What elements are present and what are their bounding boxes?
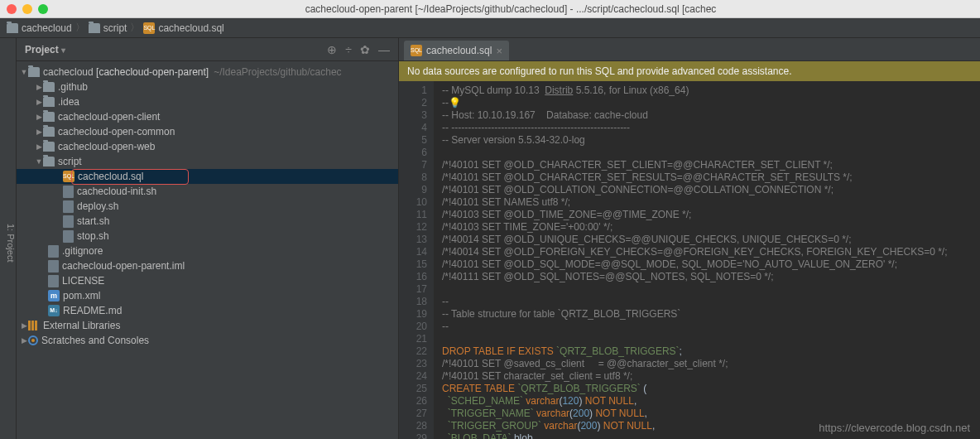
folder-icon — [89, 23, 100, 33]
maximize-window-button[interactable] — [38, 4, 48, 14]
tree-row[interactable]: ▼cachecloud [cachecloud-open-parent]~/Id… — [17, 65, 398, 80]
file-icon — [63, 186, 74, 198]
tree-row[interactable]: cachecloud-open-parent.iml — [17, 258, 398, 273]
tree-row[interactable]: M↓README.md — [17, 303, 398, 318]
sql-file-icon: SQL — [411, 45, 422, 56]
file-icon — [63, 200, 74, 213]
project-panel: Project ▾ ⊕ ÷ ✿ — ▼cachecloud [cacheclou… — [17, 38, 399, 439]
traffic-lights — [7, 4, 48, 14]
library-icon — [28, 321, 40, 330]
file-icon — [63, 230, 74, 243]
breadcrumb: cachecloud 〉 script 〉 SQLcachecloud.sql — [0, 18, 980, 38]
tree-row[interactable]: cachecloud-init.sh — [17, 184, 398, 199]
project-panel-title: Project ▾ — [25, 44, 327, 55]
folder-icon — [43, 142, 55, 152]
editor-tab-active[interactable]: SQL cachecloud.sql × — [404, 41, 509, 60]
tree-row[interactable]: mpom.xml — [17, 288, 398, 303]
breadcrumb-item-project[interactable]: cachecloud — [7, 22, 72, 34]
sidebar-tab-project[interactable]: 1: Project — [0, 38, 17, 439]
folder-icon — [43, 127, 55, 137]
editor-area: SQL cachecloud.sql × No data sources are… — [399, 38, 980, 439]
locate-icon[interactable]: ⊕ — [327, 43, 337, 56]
tree-row[interactable]: ▼script — [17, 154, 398, 169]
editor-tab-label: cachecloud.sql — [426, 45, 492, 56]
tree-row[interactable]: SQLcachecloud.sql — [17, 169, 398, 184]
file-icon — [48, 275, 59, 287]
folder-icon — [28, 67, 40, 77]
tree-row[interactable]: start.sh — [17, 214, 398, 229]
window-titlebar: cachecloud-open-parent [~/IdeaProjects/g… — [0, 0, 980, 18]
maven-icon: m — [48, 290, 60, 302]
file-icon — [48, 245, 59, 258]
tree-row[interactable]: .gitignore — [17, 244, 398, 258]
file-icon — [63, 215, 74, 228]
project-tree[interactable]: ▼cachecloud [cachecloud-open-parent]~/Id… — [17, 61, 398, 439]
breadcrumb-item-folder[interactable]: script — [89, 22, 127, 34]
sql-file-icon: SQL — [63, 171, 74, 182]
breadcrumb-separator: 〉 — [130, 21, 140, 35]
settings-icon[interactable]: ✿ — [360, 43, 370, 56]
folder-icon — [43, 157, 55, 166]
breadcrumb-item-file[interactable]: SQLcachecloud.sql — [143, 22, 223, 34]
breadcrumb-separator: 〉 — [75, 21, 85, 35]
watermark: https://clevercode.blog.csdn.net — [819, 422, 970, 434]
code-content[interactable]: -- MySQL dump 10.13 Distrib 5.5.16, for … — [434, 81, 980, 439]
tree-row[interactable]: ▶.idea — [17, 94, 398, 109]
tree-row[interactable]: ▶External Libraries — [17, 318, 398, 333]
hide-icon[interactable]: — — [378, 43, 390, 56]
project-panel-header: Project ▾ ⊕ ÷ ✿ — — [17, 38, 398, 61]
folder-icon — [43, 112, 55, 122]
file-icon — [48, 260, 59, 273]
folder-icon — [43, 97, 55, 107]
folder-icon — [7, 23, 18, 33]
window-title: cachecloud-open-parent [~/IdeaProjects/g… — [48, 3, 973, 15]
minimize-window-button[interactable] — [22, 4, 32, 14]
tree-row[interactable]: stop.sh — [17, 229, 398, 244]
tree-row[interactable]: ▶.github — [17, 80, 398, 94]
scratches-icon — [28, 335, 38, 345]
tree-row[interactable]: ▶Scratches and Consoles — [17, 333, 398, 348]
tree-row[interactable]: ▶cachecloud-open-common — [17, 124, 398, 139]
sql-file-icon: SQL — [143, 22, 155, 34]
tree-row[interactable]: deploy.sh — [17, 199, 398, 214]
collapse-icon[interactable]: ÷ — [345, 43, 352, 56]
markdown-icon: M↓ — [48, 305, 60, 316]
datasource-warning-banner[interactable]: No data sources are configured to run th… — [399, 61, 980, 81]
tree-row[interactable]: ▶cachecloud-open-client — [17, 109, 398, 124]
close-window-button[interactable] — [7, 4, 17, 14]
tree-row[interactable]: ▶cachecloud-open-web — [17, 139, 398, 154]
line-gutter: 1234567891011121314151617181920212223242… — [399, 81, 434, 439]
editor-tabs: SQL cachecloud.sql × — [399, 38, 980, 61]
folder-icon — [43, 82, 55, 92]
code-area[interactable]: 1234567891011121314151617181920212223242… — [399, 81, 980, 439]
close-tab-icon[interactable]: × — [496, 45, 502, 57]
tree-row[interactable]: LICENSE — [17, 273, 398, 288]
